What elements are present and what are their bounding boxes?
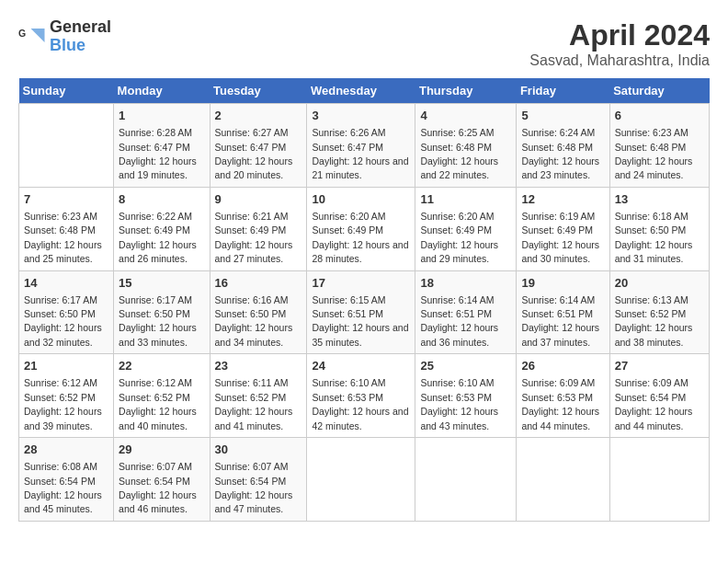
svg-marker-1 (31, 29, 45, 42)
weekday-header: Monday (114, 78, 210, 104)
calendar-day-cell: 19Sunrise: 6:14 AMSunset: 6:51 PMDayligh… (517, 270, 609, 354)
day-number: 10 (312, 191, 410, 208)
calendar-day-cell: 4Sunrise: 6:25 AMSunset: 6:48 PMDaylight… (415, 104, 517, 188)
day-number: 9 (215, 191, 302, 208)
calendar-day-cell: 3Sunrise: 6:26 AMSunset: 6:47 PMDaylight… (307, 104, 415, 188)
day-info: Sunrise: 6:17 AMSunset: 6:50 PMDaylight:… (24, 294, 102, 348)
calendar-day-cell: 11Sunrise: 6:20 AMSunset: 6:49 PMDayligh… (415, 187, 517, 270)
calendar-day-cell: 2Sunrise: 6:27 AMSunset: 6:47 PMDaylight… (210, 104, 307, 188)
page-subtitle: Sasvad, Maharashtra, India (529, 52, 710, 69)
weekday-header: Wednesday (307, 78, 415, 104)
calendar-day-cell (517, 438, 609, 522)
day-info: Sunrise: 6:10 AMSunset: 6:53 PMDaylight:… (420, 377, 498, 431)
day-info: Sunrise: 6:22 AMSunset: 6:49 PMDaylight:… (119, 211, 197, 264)
calendar-day-cell (415, 438, 517, 522)
day-number: 8 (119, 191, 204, 208)
calendar-day-cell: 20Sunrise: 6:13 AMSunset: 6:52 PMDayligh… (609, 270, 709, 354)
day-info: Sunrise: 6:18 AMSunset: 6:50 PMDaylight:… (615, 211, 693, 264)
calendar-day-cell (19, 104, 114, 188)
day-number: 2 (215, 108, 302, 124)
day-info: Sunrise: 6:14 AMSunset: 6:51 PMDaylight:… (521, 294, 599, 348)
day-info: Sunrise: 6:21 AMSunset: 6:49 PMDaylight:… (215, 211, 293, 264)
day-info: Sunrise: 6:27 AMSunset: 6:47 PMDaylight:… (215, 127, 293, 180)
day-info: Sunrise: 6:10 AMSunset: 6:53 PMDaylight:… (312, 377, 408, 431)
day-number: 11 (420, 191, 511, 208)
calendar-day-cell: 22Sunrise: 6:12 AMSunset: 6:52 PMDayligh… (114, 354, 210, 438)
day-info: Sunrise: 6:07 AMSunset: 6:54 PMDaylight:… (119, 461, 197, 514)
calendar-day-cell: 23Sunrise: 6:11 AMSunset: 6:52 PMDayligh… (210, 354, 307, 438)
day-number: 24 (312, 358, 410, 374)
day-number: 13 (615, 191, 704, 208)
calendar-week-row: 1Sunrise: 6:28 AMSunset: 6:47 PMDaylight… (19, 104, 710, 188)
calendar-day-cell: 26Sunrise: 6:09 AMSunset: 6:53 PMDayligh… (517, 354, 609, 438)
calendar-day-cell: 24Sunrise: 6:10 AMSunset: 6:53 PMDayligh… (307, 354, 415, 438)
day-number: 27 (615, 358, 704, 374)
day-number: 18 (420, 275, 511, 292)
calendar-day-cell: 28Sunrise: 6:08 AMSunset: 6:54 PMDayligh… (19, 438, 114, 522)
day-number: 14 (24, 275, 108, 292)
weekday-header: Thursday (415, 78, 517, 104)
page-title: April 2024 (529, 18, 710, 52)
day-number: 12 (521, 191, 604, 208)
calendar-day-cell: 1Sunrise: 6:28 AMSunset: 6:47 PMDaylight… (114, 104, 210, 188)
day-number: 29 (119, 442, 204, 458)
day-number: 7 (24, 191, 108, 208)
calendar-week-row: 7Sunrise: 6:23 AMSunset: 6:48 PMDaylight… (19, 187, 710, 270)
calendar-day-cell: 18Sunrise: 6:14 AMSunset: 6:51 PMDayligh… (415, 270, 517, 354)
day-info: Sunrise: 6:24 AMSunset: 6:48 PMDaylight:… (521, 127, 599, 180)
day-number: 30 (215, 442, 302, 458)
calendar-day-cell: 25Sunrise: 6:10 AMSunset: 6:53 PMDayligh… (415, 354, 517, 438)
logo-text: GeneralBlue (50, 18, 111, 55)
calendar-day-cell: 27Sunrise: 6:09 AMSunset: 6:54 PMDayligh… (609, 354, 709, 438)
calendar-day-cell: 10Sunrise: 6:20 AMSunset: 6:49 PMDayligh… (307, 187, 415, 270)
day-number: 1 (119, 108, 204, 124)
day-info: Sunrise: 6:25 AMSunset: 6:48 PMDaylight:… (420, 127, 498, 180)
day-info: Sunrise: 6:16 AMSunset: 6:50 PMDaylight:… (215, 294, 293, 348)
calendar-day-cell: 12Sunrise: 6:19 AMSunset: 6:49 PMDayligh… (517, 187, 609, 270)
day-number: 23 (215, 358, 302, 374)
calendar-week-row: 14Sunrise: 6:17 AMSunset: 6:50 PMDayligh… (19, 270, 710, 354)
calendar-day-cell (609, 438, 709, 522)
day-number: 6 (615, 108, 704, 124)
day-info: Sunrise: 6:23 AMSunset: 6:48 PMDaylight:… (615, 127, 693, 180)
calendar-week-row: 28Sunrise: 6:08 AMSunset: 6:54 PMDayligh… (19, 438, 710, 522)
day-info: Sunrise: 6:19 AMSunset: 6:49 PMDaylight:… (521, 211, 599, 264)
logo: G GeneralBlue (18, 18, 111, 55)
day-info: Sunrise: 6:14 AMSunset: 6:51 PMDaylight:… (420, 294, 498, 348)
calendar-day-cell: 9Sunrise: 6:21 AMSunset: 6:49 PMDaylight… (210, 187, 307, 270)
weekday-header: Friday (517, 78, 609, 104)
day-info: Sunrise: 6:15 AMSunset: 6:51 PMDaylight:… (312, 294, 408, 348)
day-info: Sunrise: 6:11 AMSunset: 6:52 PMDaylight:… (215, 377, 293, 431)
day-number: 5 (521, 108, 604, 124)
day-number: 4 (420, 108, 511, 124)
day-number: 21 (24, 358, 108, 374)
day-number: 19 (521, 275, 604, 292)
calendar-day-cell: 30Sunrise: 6:07 AMSunset: 6:54 PMDayligh… (210, 438, 307, 522)
weekday-header: Saturday (609, 78, 709, 104)
day-number: 25 (420, 358, 511, 374)
day-info: Sunrise: 6:09 AMSunset: 6:53 PMDaylight:… (521, 377, 599, 431)
calendar-day-cell: 13Sunrise: 6:18 AMSunset: 6:50 PMDayligh… (609, 187, 709, 270)
day-number: 15 (119, 275, 204, 292)
calendar-header-row: SundayMondayTuesdayWednesdayThursdayFrid… (19, 78, 710, 104)
title-block: April 2024 Sasvad, Maharashtra, India (529, 18, 710, 69)
calendar-table: SundayMondayTuesdayWednesdayThursdayFrid… (18, 78, 710, 522)
calendar-day-cell: 29Sunrise: 6:07 AMSunset: 6:54 PMDayligh… (114, 438, 210, 522)
calendar-day-cell: 15Sunrise: 6:17 AMSunset: 6:50 PMDayligh… (114, 270, 210, 354)
day-info: Sunrise: 6:12 AMSunset: 6:52 PMDaylight:… (24, 377, 102, 431)
svg-text:G: G (18, 28, 26, 39)
weekday-header: Tuesday (210, 78, 307, 104)
day-info: Sunrise: 6:12 AMSunset: 6:52 PMDaylight:… (119, 377, 197, 431)
day-info: Sunrise: 6:26 AMSunset: 6:47 PMDaylight:… (312, 127, 408, 180)
day-number: 20 (615, 275, 704, 292)
day-info: Sunrise: 6:08 AMSunset: 6:54 PMDaylight:… (24, 461, 102, 514)
day-info: Sunrise: 6:20 AMSunset: 6:49 PMDaylight:… (420, 211, 498, 264)
page-header: G GeneralBlue April 2024 Sasvad, Maharas… (18, 18, 710, 69)
day-number: 3 (312, 108, 410, 124)
calendar-day-cell (307, 438, 415, 522)
day-number: 26 (521, 358, 604, 374)
calendar-day-cell: 17Sunrise: 6:15 AMSunset: 6:51 PMDayligh… (307, 270, 415, 354)
calendar-day-cell: 16Sunrise: 6:16 AMSunset: 6:50 PMDayligh… (210, 270, 307, 354)
calendar-week-row: 21Sunrise: 6:12 AMSunset: 6:52 PMDayligh… (19, 354, 710, 438)
calendar-day-cell: 8Sunrise: 6:22 AMSunset: 6:49 PMDaylight… (114, 187, 210, 270)
